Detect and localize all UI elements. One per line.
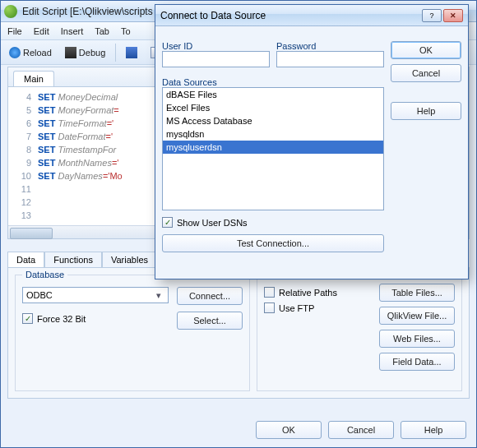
debug-button[interactable]: Debug (62, 45, 109, 60)
database-legend: Database (22, 270, 67, 279)
test-connection-button[interactable]: Test Connection... (162, 234, 384, 252)
dialog-side-buttons: OK Cancel Help (391, 41, 461, 120)
list-item[interactable]: dBASE Files (163, 88, 383, 101)
datasources-label: Data Sources (162, 77, 384, 87)
datasources-list[interactable]: dBASE FilesExcel FilesMS Access Database… (162, 87, 384, 210)
force32-checkbox[interactable]: ✓ Force 32 Bit (22, 313, 169, 324)
list-item[interactable]: mysqluserdsn (163, 141, 383, 154)
debug-icon (65, 47, 76, 58)
connect-button[interactable]: Connect... (177, 287, 243, 305)
toolbar-sep (115, 44, 116, 62)
list-item[interactable]: Excel Files (163, 101, 383, 114)
qlikview-file-button[interactable]: QlikView File... (379, 307, 455, 325)
tab-data[interactable]: Data (7, 252, 44, 267)
reload-icon (9, 47, 21, 58)
password-input[interactable] (276, 51, 384, 67)
dialog-titlebar[interactable]: Connect to Data Source ? ✕ (155, 5, 468, 26)
table-files-button[interactable]: Table Files... (379, 284, 455, 302)
list-item[interactable]: MS Access Database (163, 114, 383, 127)
save-button[interactable] (123, 45, 141, 60)
main-cancel-button[interactable]: Cancel (328, 421, 394, 439)
dialog-help-button[interactable]: Help (391, 102, 461, 120)
checkbox-icon (264, 303, 275, 313)
database-combo[interactable]: ODBC ▾ (22, 287, 169, 303)
chevron-down-icon: ▾ (153, 290, 164, 301)
bottom-body: Database ODBC ▾ ✓ Force 32 Bit Connect..… (7, 267, 470, 399)
list-item[interactable]: mysqldsn (163, 127, 383, 141)
datafiles-group: Data from Files Relative Paths Use FTP T… (257, 275, 462, 391)
editor-tab-main[interactable]: Main (13, 71, 54, 86)
web-files-button[interactable]: Web Files... (379, 330, 455, 348)
database-group: Database ODBC ▾ ✓ Force 32 Bit Connect..… (15, 275, 250, 391)
reload-button[interactable]: Reload (6, 45, 55, 60)
dialog-cancel-button[interactable]: Cancel (391, 64, 461, 82)
menu-edit[interactable]: Edit (34, 26, 49, 36)
menu-to[interactable]: To (121, 26, 131, 36)
menu-insert[interactable]: Insert (61, 26, 84, 36)
userid-label: User ID (162, 41, 270, 51)
connect-dialog: Connect to Data Source ? ✕ User ID Passw… (155, 4, 469, 279)
checkbox-icon (264, 287, 275, 298)
window-buttons: ? ✕ (422, 9, 463, 22)
userid-input[interactable] (162, 51, 270, 67)
use-ftp-checkbox[interactable]: Use FTP (264, 303, 373, 313)
close-icon[interactable]: ✕ (443, 9, 463, 22)
main-buttons: OK Cancel Help (256, 421, 466, 439)
show-user-dsns-checkbox[interactable]: ✓ Show User DSNs (162, 217, 384, 228)
dialog-body: User ID Password Data Sources dBASE File… (162, 30, 461, 272)
tab-functions[interactable]: Functions (44, 252, 102, 267)
app-icon (4, 5, 17, 18)
dialog-ok-button[interactable]: OK (391, 41, 461, 59)
window-title: Edit Script [E:\Qlikview\scripts (22, 6, 153, 17)
field-data-button[interactable]: Field Data... (379, 353, 455, 371)
menu-tab[interactable]: Tab (95, 26, 109, 36)
password-label: Password (276, 41, 384, 51)
checkbox-checked-icon: ✓ (22, 313, 33, 324)
relative-paths-checkbox[interactable]: Relative Paths (264, 287, 373, 298)
main-help-button[interactable]: Help (401, 421, 466, 439)
dialog-title: Connect to Data Source (160, 10, 266, 21)
database-combo-value: ODBC (26, 290, 53, 300)
checkbox-checked-icon: ✓ (162, 217, 173, 228)
tab-variables[interactable]: Variables (102, 252, 157, 267)
select-button[interactable]: Select... (177, 312, 243, 330)
menu-file[interactable]: File (7, 26, 22, 36)
help-icon[interactable]: ? (422, 9, 442, 22)
save-icon (126, 47, 137, 58)
main-ok-button[interactable]: OK (256, 421, 322, 439)
